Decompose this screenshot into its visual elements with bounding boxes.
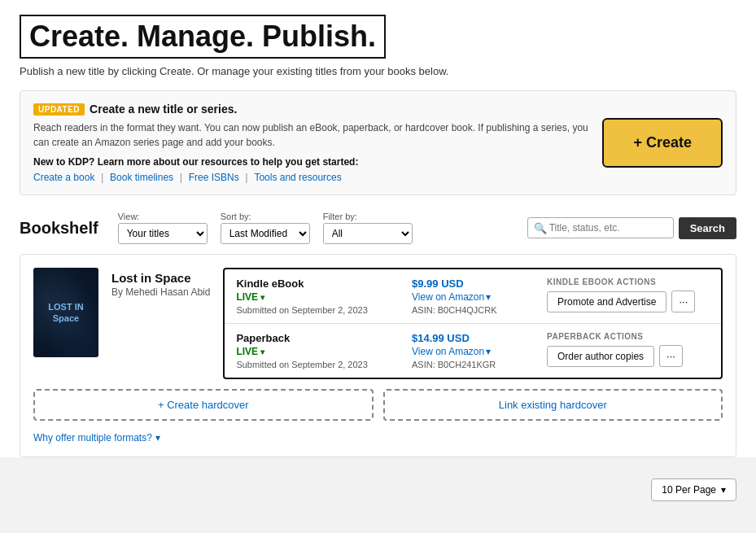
banner: UPDATED Create a new title or series. Re… — [20, 90, 736, 195]
create-button[interactable]: + Create — [602, 118, 723, 168]
banner-links: Create a book | Book timelines | Free IS… — [33, 171, 602, 183]
create-hardcover-button[interactable]: + Create hardcover — [33, 389, 374, 421]
book-info: Lost in Space By Mehedi Hasan Abid — [111, 268, 210, 298]
kindle-live-status[interactable]: LIVE ▾ — [236, 291, 264, 303]
paperback-live-status[interactable]: LIVE ▾ — [236, 346, 264, 357]
book-row: LOST INSpace Lost in Space By Mehedi Has… — [33, 268, 723, 379]
new-to-label: New to KDP? Learn more about our resourc… — [33, 156, 602, 168]
sort-label: Sort by: — [221, 212, 310, 221]
kindle-price: $9.99 USD — [412, 277, 534, 290]
paperback-format-name: Paperback — [236, 332, 399, 344]
kindle-submitted: Submitted on September 2, 2023 — [236, 305, 399, 315]
per-page-label: 10 Per Page — [662, 484, 716, 496]
bookshelf-content: LOST INSpace Lost in Space By Mehedi Has… — [20, 254, 736, 457]
promote-advertise-button[interactable]: Promote and Advertise — [547, 291, 666, 312]
kindle-asin: ASIN: B0CH4QJCRK — [412, 305, 534, 315]
kindle-more-button[interactable]: ··· — [671, 291, 695, 312]
paperback-view-amazon[interactable]: View on Amazon ▾ — [412, 346, 491, 357]
order-author-copies-button[interactable]: Order author copies — [547, 346, 654, 367]
book-cover: LOST INSpace — [33, 268, 98, 357]
why-multiple-formats[interactable]: Why offer multiple formats? ▾ — [33, 432, 160, 443]
kindle-format-name: Kindle eBook — [236, 277, 399, 290]
book-timelines-link[interactable]: Book timelines — [110, 172, 173, 183]
updated-badge: UPDATED — [33, 103, 85, 116]
create-book-link[interactable]: Create a book — [33, 172, 94, 183]
search-input[interactable] — [527, 217, 674, 238]
sort-select[interactable]: Last Modified — [221, 223, 310, 244]
per-page-button[interactable]: 10 Per Page ▾ — [651, 478, 736, 501]
paperback-format-row: Paperback LIVE ▾ Submitted on September … — [225, 324, 721, 378]
banner-title: Create a new title or series. — [90, 103, 237, 116]
chevron-down-icon: ▾ — [721, 484, 726, 496]
view-label: View: — [118, 212, 208, 221]
view-select[interactable]: Your titles — [118, 223, 208, 244]
filter-select[interactable]: All — [323, 223, 413, 244]
kindle-format-row: Kindle eBook LIVE ▾ Submitted on Septemb… — [225, 269, 721, 324]
banner-description: Reach readers in the format they want. Y… — [33, 120, 602, 150]
book-title: Lost in Space — [111, 271, 210, 285]
filter-label: Filter by: — [323, 212, 413, 221]
paperback-actions-label: PAPERBACK ACTIONS — [547, 332, 710, 341]
tools-resources-link[interactable]: Tools and resources — [254, 172, 341, 183]
kindle-view-amazon[interactable]: View on Amazon ▾ — [412, 291, 491, 303]
paperback-more-button[interactable]: ··· — [659, 345, 683, 367]
paperback-price: $14.99 USD — [412, 332, 534, 344]
subtitle: Publish a new title by clicking Create. … — [20, 65, 736, 77]
search-button[interactable]: Search — [679, 217, 736, 239]
main-title: Create. Manage. Publish. — [20, 15, 386, 59]
free-isbns-link[interactable]: Free ISBNs — [189, 172, 239, 183]
bottom-buttons: + Create hardcover Link existing hardcov… — [33, 389, 723, 421]
bookshelf-title: Bookshelf — [20, 219, 98, 238]
search-icon: 🔍 — [534, 222, 547, 234]
book-cover-text: LOST INSpace — [45, 298, 86, 328]
formats-panel: Kindle eBook LIVE ▾ Submitted on Septemb… — [223, 268, 723, 379]
kindle-actions-label: KINDLE EBOOK ACTIONS — [547, 277, 710, 286]
paperback-submitted: Submitted on September 2, 2023 — [236, 360, 399, 369]
paperback-asin: ASIN: B0CH241KGR — [412, 360, 534, 369]
link-hardcover-button[interactable]: Link existing hardcover — [383, 389, 723, 421]
book-author: By Mehedi Hasan Abid — [111, 286, 210, 298]
